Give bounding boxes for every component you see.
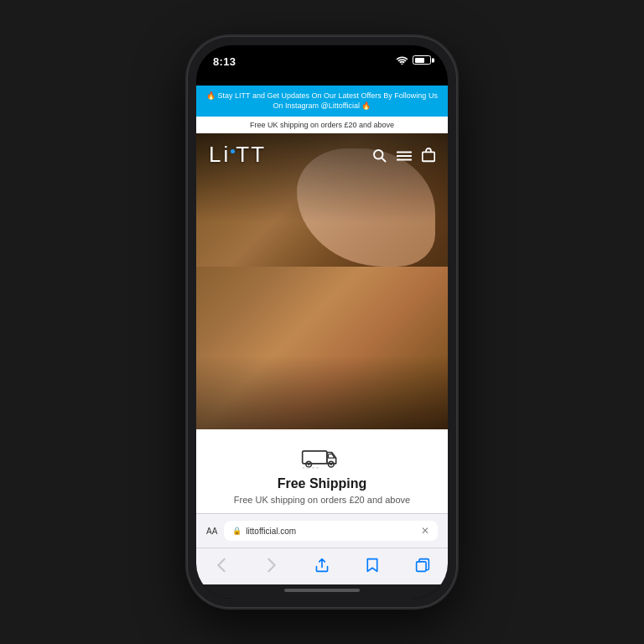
logo-dot	[231, 149, 235, 153]
share-button[interactable]	[309, 553, 335, 578]
hero-section: L i TT	[196, 133, 448, 429]
browser-toolbar	[196, 548, 448, 584]
brand-logo: L i TT	[209, 142, 266, 168]
svg-rect-7	[303, 451, 327, 464]
nav-bar: L i TT	[196, 133, 448, 176]
svg-rect-14	[417, 562, 426, 571]
wifi-icon	[396, 55, 408, 65]
cart-icon[interactable]	[422, 147, 435, 163]
svg-rect-6	[423, 153, 435, 162]
wood-box	[196, 133, 448, 429]
screen-content: 🔥 Stay LITT and Get Updates On Our Lates…	[196, 86, 448, 599]
url-text: littofficial.com	[246, 527, 417, 536]
home-indicator	[196, 584, 448, 599]
svg-point-9	[308, 463, 310, 465]
browser-bar: AA 🔒 littofficial.com ✕	[196, 513, 448, 548]
logo-tt: TT	[236, 142, 266, 168]
home-bar	[284, 589, 360, 592]
sub-banner: Free UK shipping on orders £20 and above	[196, 117, 448, 133]
battery-icon	[413, 55, 431, 65]
logo-i: i	[223, 142, 230, 168]
svg-line-2	[382, 158, 385, 162]
promo-text: 🔥 Stay LITT and Get Updates On Our Lates…	[206, 91, 438, 110]
free-shipping-section: Free Shipping Free UK shipping on orders…	[196, 429, 448, 513]
sub-banner-text: Free UK shipping on orders £20 and above	[250, 121, 394, 129]
menu-icon[interactable]	[397, 148, 412, 163]
lock-icon: 🔒	[232, 527, 242, 535]
battery-fill	[415, 58, 424, 63]
delivery-icon-wrap	[213, 442, 431, 471]
dark-overlay-bottom	[196, 356, 448, 429]
status-time: 8:13	[213, 55, 236, 68]
search-icon[interactable]	[371, 147, 387, 163]
dynamic-island	[284, 54, 360, 77]
phone-screen: 8:13 🔥 Stay LITT and Get Updates On O	[196, 45, 448, 599]
svg-point-11	[330, 463, 333, 465]
hero-background	[196, 133, 448, 429]
phone-frame: 8:13 🔥 Stay LITT and Get Updates On O	[188, 37, 456, 607]
logo-l: L	[209, 142, 222, 168]
free-shipping-subtitle: Free UK shipping on orders £20 and above	[213, 495, 431, 505]
text-size-button[interactable]: AA	[206, 527, 217, 536]
delivery-truck-icon	[301, 442, 343, 471]
bookmarks-button[interactable]	[360, 553, 385, 578]
free-shipping-title: Free Shipping	[213, 476, 431, 491]
promo-banner[interactable]: 🔥 Stay LITT and Get Updates On Our Lates…	[196, 86, 448, 117]
forward-button[interactable]	[259, 553, 284, 578]
nav-icons	[371, 147, 435, 163]
tabs-button[interactable]	[410, 553, 435, 578]
status-icons	[396, 55, 431, 65]
url-bar[interactable]: 🔒 littofficial.com ✕	[224, 521, 438, 541]
clear-button[interactable]: ✕	[421, 525, 429, 537]
back-button[interactable]	[209, 553, 234, 578]
svg-point-0	[402, 64, 403, 65]
